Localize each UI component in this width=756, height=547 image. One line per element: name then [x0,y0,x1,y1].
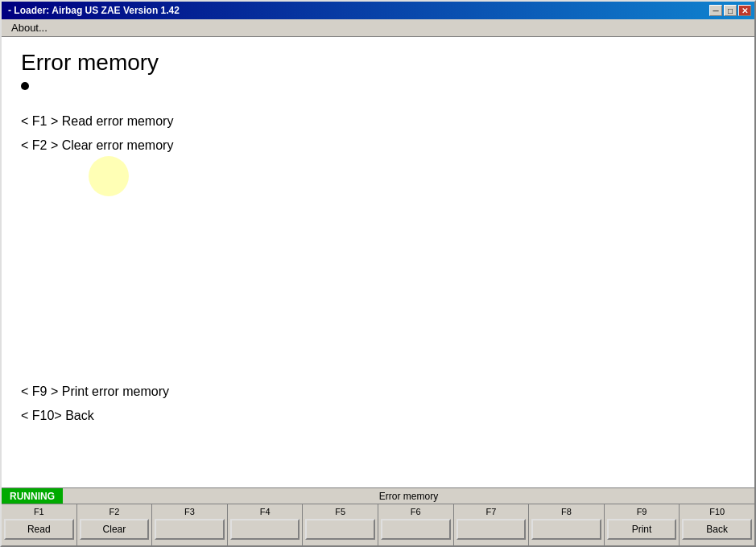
minimize-button[interactable]: ─ [709,5,722,16]
title-bar: - Loader: Airbag US ZAE Version 1.42 ─ □… [2,2,754,19]
option-f2-label: Clear error memory [62,138,174,152]
fkey-group-f8: F8 [529,504,605,545]
fkey-btn-f10[interactable]: Back [682,519,752,540]
option-f9-key: < F9 > [21,385,62,398]
fkey-bar: F1ReadF2ClearF3F4F5F6F7F8F9PrintF10Back [2,504,754,545]
fkey-label-f5: F5 [335,506,345,517]
fkey-group-f9: F9Print [605,504,680,545]
fkey-btn-f4[interactable] [230,519,300,540]
fkey-label-f3: F3 [184,506,195,517]
option-f10[interactable]: < F10> Back [21,409,169,423]
menu-options-list: < F1 > Read error memory < F2 > Clear er… [21,114,735,153]
window-controls: ─ □ ✕ [709,5,751,16]
option-f9[interactable]: < F9 > Print error memory [21,385,169,399]
fkey-group-f2: F2Clear [77,504,153,545]
fkey-group-f4: F4 [228,504,304,545]
fkey-btn-f9[interactable]: Print [607,519,677,540]
main-window: - Loader: Airbag US ZAE Version 1.42 ─ □… [0,0,756,547]
fkey-label-f10: F10 [709,506,725,517]
close-button[interactable]: ✕ [738,5,751,16]
fkey-group-f5: F5 [303,504,378,545]
status-center-text: Error memory [63,491,754,502]
option-f10-key: < F10> [21,409,65,422]
menu-bar: About... [2,19,754,37]
fkey-group-f7: F7 [454,504,530,545]
page-title: Error memory [21,50,735,76]
option-f10-label: Back [65,409,94,422]
fkey-label-f2: F2 [109,506,119,517]
fkey-label-f8: F8 [561,506,572,517]
fkey-btn-f1[interactable]: Read [4,519,74,540]
fkey-btn-f3[interactable] [155,519,225,540]
option-f1-label: Read error memory [62,114,174,128]
fkey-btn-f7[interactable] [456,519,527,540]
fkey-btn-f5[interactable] [305,519,375,540]
option-f9-label: Print error memory [62,385,169,398]
fkey-group-f6: F6 [378,504,454,545]
fkey-label-f6: F6 [411,506,421,517]
window-title: - Loader: Airbag US ZAE Version 1.42 [5,5,180,16]
fkey-label-f4: F4 [260,506,271,517]
menu-item-about[interactable]: About... [5,20,54,35]
option-f2-key: < F2 > [21,138,62,152]
fkey-btn-f6[interactable] [381,519,451,540]
maximize-button[interactable]: □ [724,5,737,16]
fkey-label-f9: F9 [637,506,647,517]
main-content: Error memory < F1 > Read error memory < … [2,37,754,487]
option-f1[interactable]: < F1 > Read error memory [21,114,735,129]
option-f2[interactable]: < F2 > Clear error memory [21,138,735,153]
fkey-group-f10: F10Back [680,504,754,545]
status-running: RUNNING [2,488,63,504]
option-f1-key: < F1 > [21,114,62,128]
fkey-label-f7: F7 [485,506,496,517]
fkey-group-f1: F1Read [2,504,77,545]
bullet-indicator [21,82,29,90]
menu-options-bottom: < F9 > Print error memory < F10> Back [21,385,169,423]
status-bar: RUNNING Error memory [2,487,754,504]
fkey-label-f1: F1 [34,506,44,517]
cursor-highlight [89,156,129,196]
fkey-btn-f8[interactable] [531,519,601,540]
fkey-group-f3: F3 [152,504,228,545]
fkey-btn-f2[interactable]: Clear [80,519,150,540]
